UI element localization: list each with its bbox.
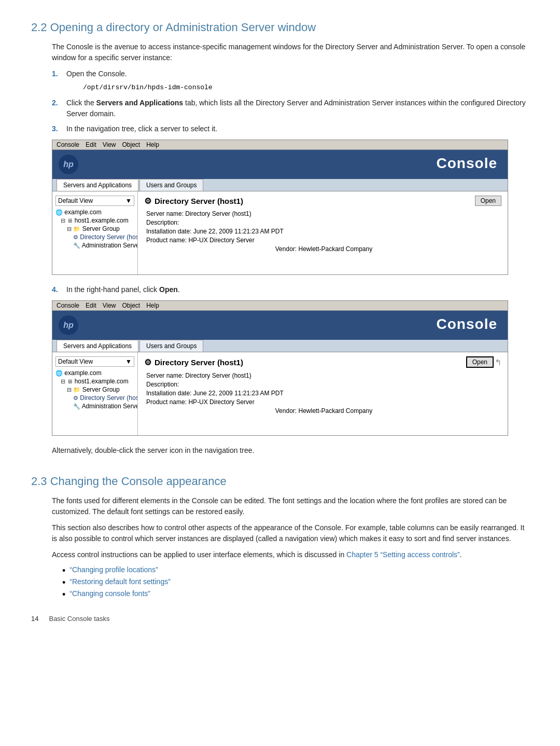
step-4-suffix: . bbox=[178, 285, 180, 294]
step-3-num: 3. bbox=[52, 123, 66, 134]
open-button-2[interactable]: Open bbox=[466, 356, 494, 368]
step-2-text: Click the Servers and Applications tab, … bbox=[66, 98, 529, 119]
hp-logo-icon-2: hp bbox=[59, 315, 78, 335]
console-2-header: hp Console bbox=[52, 311, 508, 340]
after-screenshots-text: Alternatively, double-click the server i… bbox=[52, 445, 529, 456]
console-2-logo: hp bbox=[52, 311, 85, 340]
bullet-dot-0: • bbox=[62, 566, 65, 575]
step-1-code: /opt/dirsrv/bin/hpds-idm-console bbox=[83, 84, 529, 91]
step-3-text: In the navigation tree, click a server t… bbox=[66, 123, 529, 134]
detail-row-1-3: Product name: HP-UX Directory Server bbox=[144, 237, 501, 244]
menu-edit[interactable]: Edit bbox=[86, 141, 96, 148]
step-4-bold: Open bbox=[159, 285, 178, 294]
menu-view[interactable]: View bbox=[103, 141, 116, 148]
step-4-prefix: In the right-hand panel, click bbox=[66, 285, 159, 294]
detail-row-2-0: Server name: Directory Server (host1) bbox=[144, 372, 501, 379]
step-1-num: 1. bbox=[52, 68, 66, 79]
nav-item-server-group-1[interactable]: ⊟ 📁 Server Group bbox=[52, 225, 137, 233]
nav-item-admin-server-1[interactable]: 🔧 Administration Server bbox=[52, 241, 137, 250]
step-2: 2. Click the Servers and Applications ta… bbox=[52, 98, 529, 119]
step-4-text: In the right-hand panel, click Open. bbox=[66, 284, 529, 295]
console-2-detail-header: ⚙ Directory Server (host1) Open ↰ bbox=[144, 356, 501, 368]
bullet-item-0: • “Changing profile locations” bbox=[62, 565, 529, 575]
section-2-2-title: 2.2 Opening a directory or Administratio… bbox=[31, 21, 529, 34]
bullet-item-1: • “Restoring default font settings” bbox=[62, 577, 529, 587]
step-3: 3. In the navigation tree, click a serve… bbox=[52, 123, 529, 134]
open-button-1[interactable]: Open bbox=[475, 196, 501, 206]
menu-console[interactable]: Console bbox=[57, 141, 79, 148]
console-2-detail: ⚙ Directory Server (host1) Open ↰ Server… bbox=[138, 352, 508, 435]
hp-logo-icon: hp bbox=[59, 155, 78, 174]
console-2-server-name: ⚙ Directory Server (host1) bbox=[144, 357, 243, 367]
tab-servers-applications-2[interactable]: Servers and Applications bbox=[57, 340, 138, 352]
nav-default-view-label-2: Default View bbox=[58, 358, 93, 365]
menu-console-2[interactable]: Console bbox=[57, 302, 79, 309]
nav-item-example-com-1[interactable]: 🌐 example.com bbox=[52, 208, 137, 216]
console-1-title: Console bbox=[426, 150, 508, 179]
bullet-dot-2: • bbox=[62, 590, 65, 599]
steps-list: 1. Open the Console. /opt/dirsrv/bin/hpd… bbox=[52, 68, 529, 134]
chapter5-link[interactable]: Chapter 5 “Setting access controls” bbox=[346, 550, 460, 559]
detail-row-2-3: Product name: HP-UX Directory Server bbox=[144, 398, 501, 406]
page-footer: 14 Basic Console tasks bbox=[31, 615, 529, 623]
bullet-list: • “Changing profile locations” • “Restor… bbox=[62, 565, 529, 599]
menu-help[interactable]: Help bbox=[146, 141, 159, 148]
section-2-3-para1: The fonts used for different elements in… bbox=[52, 495, 529, 517]
nav-default-view-2[interactable]: Default View ▼ bbox=[55, 356, 134, 367]
nav-item-example-com-2[interactable]: 🌐 example.com bbox=[52, 369, 137, 377]
console-1-server-name: ⚙ Directory Server (host1) bbox=[144, 196, 243, 206]
console-2-body: Default View ▼ 🌐 example.com ⊟ 🖥 host1.e… bbox=[52, 352, 508, 435]
menu-help-2[interactable]: Help bbox=[146, 302, 159, 309]
detail-row-1-0: Server name: Directory Server (host1) bbox=[144, 210, 501, 217]
console-screenshot-1: Console Edit View Object Help hp Console… bbox=[52, 140, 508, 275]
step-4: 4. In the right-hand panel, click Open. bbox=[52, 284, 529, 295]
server-icon-2: ⚙ bbox=[144, 357, 151, 367]
menu-view-2[interactable]: View bbox=[103, 302, 116, 309]
detail-row-2-1: Description: bbox=[144, 381, 501, 388]
nav-item-dir-server-2[interactable]: ⚙ Directory Server (host1 bbox=[52, 394, 137, 402]
tab-users-groups-2[interactable]: Users and Groups bbox=[139, 340, 203, 352]
bullet-link-2[interactable]: “Changing console fonts” bbox=[69, 589, 150, 598]
footer-section-label: Basic Console tasks bbox=[49, 615, 109, 623]
nav-default-view-1[interactable]: Default View ▼ bbox=[55, 196, 134, 206]
detail-row-1-1: Description: bbox=[144, 219, 501, 226]
detail-row-2-4: Vendor: Hewlett-Packard Company bbox=[144, 407, 501, 415]
detail-row-2-2: Installation date: June 22, 2009 11:21:2… bbox=[144, 390, 501, 397]
console-1-menubar: Console Edit View Object Help bbox=[52, 140, 508, 150]
bullet-link-0[interactable]: “Changing profile locations” bbox=[69, 565, 158, 574]
console-screenshot-2: Console Edit View Object Help hp Console… bbox=[52, 300, 508, 436]
console-2-title: Console bbox=[426, 311, 508, 340]
section-2-3-title: 2.3 Changing the Console appearance bbox=[31, 475, 529, 488]
console-2-tabs: Servers and Applications Users and Group… bbox=[52, 340, 508, 352]
tab-users-groups-1[interactable]: Users and Groups bbox=[139, 179, 203, 191]
nav-item-host1-1[interactable]: ⊟ 🖥 host1.example.com bbox=[52, 216, 137, 225]
console-2-nav: Default View ▼ 🌐 example.com ⊟ 🖥 host1.e… bbox=[52, 352, 138, 435]
console-1-detail: ⚙ Directory Server (host1) Open Server n… bbox=[138, 191, 508, 274]
page-number: 14 bbox=[31, 615, 38, 623]
step-4-container: 4. In the right-hand panel, click Open. bbox=[52, 284, 529, 295]
detail-row-1-2: Installation date: June 22, 2009 11:21:2… bbox=[144, 228, 501, 235]
nav-item-host1-2[interactable]: ⊟ 🖥 host1.example.com bbox=[52, 377, 137, 385]
console-1-logo: hp bbox=[52, 150, 85, 179]
menu-object[interactable]: Object bbox=[122, 141, 141, 148]
nav-dropdown-arrow-1: ▼ bbox=[125, 197, 132, 204]
nav-item-dir-server-1[interactable]: ⚙ Directory Server (host1 bbox=[52, 233, 137, 241]
menu-object-2[interactable]: Object bbox=[122, 302, 141, 309]
section-2-2-intro: The Conosle is the avenue to access inst… bbox=[52, 42, 529, 63]
section-2-3-para3: Access control instructions can be appli… bbox=[52, 549, 529, 560]
para3-text-before: Access control instructions can be appli… bbox=[52, 550, 346, 559]
bullet-dot-1: • bbox=[62, 578, 65, 587]
detail-row-1-4: Vendor: Hewlett-Packard Company bbox=[144, 245, 501, 253]
cursor-indicator: ↰ bbox=[495, 357, 501, 367]
bullet-link-1[interactable]: “Restoring default font settings” bbox=[69, 577, 171, 586]
step-1: 1. Open the Console. bbox=[52, 68, 529, 79]
nav-item-server-group-2[interactable]: ⊟ 📁 Server Group bbox=[52, 385, 137, 394]
console-1-detail-header: ⚙ Directory Server (host1) Open bbox=[144, 196, 501, 206]
section-2-3-para2: This section also describes how to contr… bbox=[52, 522, 529, 544]
console-1-header: hp Console bbox=[52, 150, 508, 179]
step-2-num: 2. bbox=[52, 98, 66, 119]
tab-servers-applications-1[interactable]: Servers and Applications bbox=[57, 179, 138, 191]
nav-item-admin-server-2[interactable]: 🔧 Administration Server bbox=[52, 402, 137, 410]
nav-dropdown-arrow-2: ▼ bbox=[125, 358, 132, 365]
menu-edit-2[interactable]: Edit bbox=[86, 302, 96, 309]
